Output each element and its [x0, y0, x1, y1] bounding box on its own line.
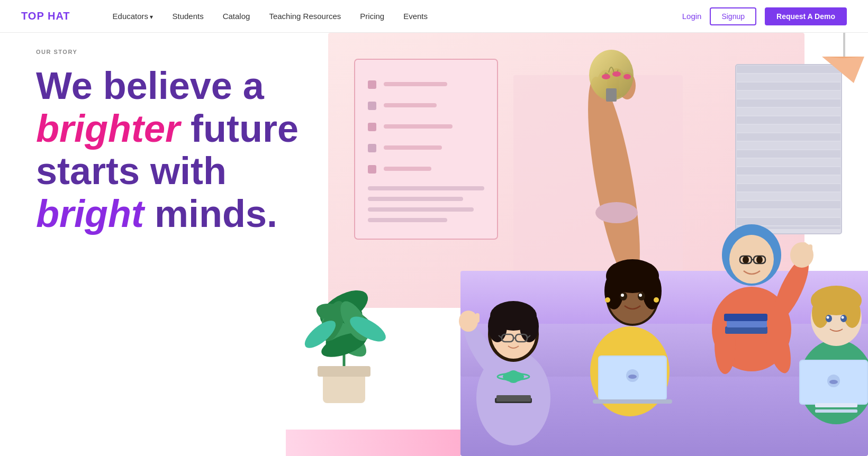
future-word: future	[191, 107, 299, 150]
hero-section: OUR STORY We believe a brighter future s…	[0, 33, 868, 456]
svg-rect-81	[469, 312, 474, 323]
signup-button[interactable]: Signup	[710, 7, 756, 25]
svg-point-94	[604, 272, 623, 309]
svg-rect-21	[737, 91, 840, 98]
svg-point-95	[643, 272, 662, 309]
navbar: TOP HAT Educators Students Catalog Teach…	[0, 0, 868, 33]
svg-rect-36	[737, 218, 840, 225]
svg-point-48	[602, 74, 610, 79]
svg-rect-29	[737, 159, 840, 166]
bright-word: bright	[36, 193, 144, 235]
minds-word: minds.	[155, 193, 277, 235]
svg-rect-138	[815, 403, 857, 407]
svg-rect-10	[368, 165, 376, 174]
svg-rect-23	[737, 108, 840, 115]
headline-line3: starts with	[36, 150, 299, 193]
svg-point-133	[842, 316, 844, 319]
svg-rect-25	[737, 125, 840, 132]
nav-links: Educators Students Catalog Teaching Reso…	[113, 12, 682, 21]
svg-point-45	[595, 202, 638, 223]
svg-rect-119	[797, 244, 801, 255]
svg-rect-14	[368, 207, 474, 212]
svg-rect-38	[843, 33, 845, 57]
hero-illustration	[286, 33, 868, 456]
svg-rect-2	[368, 80, 376, 89]
svg-rect-124	[724, 314, 767, 321]
svg-rect-18	[737, 66, 840, 73]
hero-text: OUR STORY We believe a brighter future s…	[36, 49, 299, 235]
svg-rect-120	[802, 242, 807, 254]
svg-point-115	[743, 256, 749, 263]
svg-rect-22	[737, 99, 840, 107]
svg-point-131	[840, 315, 847, 322]
svg-rect-55	[318, 366, 370, 377]
svg-point-132	[827, 316, 829, 319]
logo[interactable]: TOP HAT	[21, 10, 70, 22]
svg-rect-123	[727, 320, 767, 327]
headline-line2: brighter future	[36, 107, 299, 150]
svg-rect-87	[496, 395, 531, 402]
svg-rect-26	[737, 133, 840, 141]
svg-point-137	[829, 380, 838, 384]
svg-rect-19	[737, 74, 840, 81]
svg-point-116	[756, 256, 763, 263]
svg-rect-13	[368, 197, 463, 201]
svg-rect-5	[384, 103, 437, 107]
svg-rect-12	[368, 186, 484, 190]
svg-point-99	[639, 294, 642, 297]
svg-rect-20	[737, 83, 840, 90]
headline-line1: We believe a	[36, 65, 299, 107]
svg-rect-24	[737, 116, 840, 124]
svg-rect-80	[464, 313, 468, 323]
svg-rect-139	[815, 409, 857, 413]
svg-point-49	[612, 71, 621, 77]
nav-teaching-resources[interactable]: Teaching Resources	[269, 12, 341, 21]
svg-rect-140	[286, 430, 460, 456]
svg-rect-121	[808, 244, 812, 255]
svg-rect-35	[737, 209, 840, 217]
svg-rect-82	[475, 313, 480, 323]
svg-rect-33	[737, 193, 840, 200]
svg-point-79	[459, 311, 478, 332]
svg-rect-122	[725, 326, 767, 334]
nav-actions: Login Signup Request A Demo	[682, 7, 847, 25]
svg-rect-30	[737, 167, 840, 175]
svg-point-72	[520, 311, 539, 342]
brighter-word: brighter	[36, 107, 180, 150]
hero-headline: We believe a brighter future starts with…	[36, 65, 299, 235]
svg-point-105	[628, 375, 637, 379]
svg-rect-106	[593, 399, 672, 404]
svg-point-84	[507, 370, 520, 383]
svg-rect-8	[368, 144, 376, 152]
svg-rect-3	[384, 82, 447, 86]
svg-point-101	[654, 297, 659, 303]
svg-rect-4	[368, 102, 376, 110]
svg-point-128	[812, 298, 829, 328]
svg-rect-6	[368, 123, 376, 131]
request-demo-button[interactable]: Request A Demo	[765, 7, 847, 25]
svg-point-100	[605, 297, 610, 303]
svg-rect-7	[384, 124, 453, 129]
svg-rect-32	[737, 184, 840, 191]
svg-point-129	[844, 298, 861, 328]
svg-rect-34	[737, 201, 840, 208]
svg-rect-27	[737, 142, 840, 149]
nav-catalog[interactable]: Catalog	[223, 12, 250, 21]
svg-point-50	[623, 74, 631, 79]
svg-point-130	[826, 315, 832, 322]
svg-rect-11	[384, 167, 431, 171]
svg-rect-15	[368, 218, 447, 222]
nav-students[interactable]: Students	[172, 12, 203, 21]
login-button[interactable]: Login	[682, 12, 702, 21]
eyebrow-label: OUR STORY	[36, 49, 299, 55]
nav-events[interactable]: Events	[403, 12, 428, 21]
svg-point-98	[621, 294, 624, 297]
nav-educators[interactable]: Educators	[113, 12, 153, 21]
svg-point-71	[488, 311, 507, 342]
svg-rect-31	[737, 176, 840, 183]
headline-line4: bright minds.	[36, 193, 299, 235]
svg-rect-47	[606, 88, 617, 102]
nav-pricing[interactable]: Pricing	[360, 12, 384, 21]
svg-rect-28	[737, 150, 840, 158]
svg-rect-9	[384, 145, 442, 150]
